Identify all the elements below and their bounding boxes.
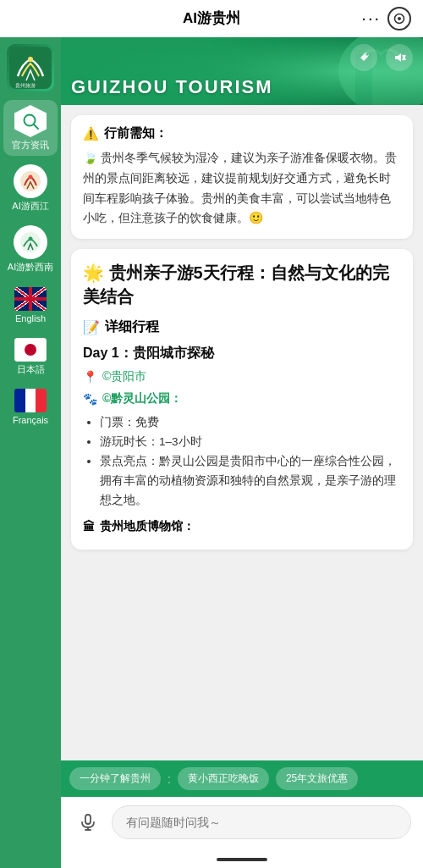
svg-point-3	[28, 57, 33, 62]
spot1-ticket: 门票：免费	[100, 413, 401, 433]
itinerary-star-icon: 🌟	[83, 263, 104, 282]
detail-icon: 📝	[83, 319, 100, 335]
scroll-indicator-container	[61, 853, 423, 868]
notice-title: ⚠️ 行前需知：	[83, 125, 401, 141]
header-more-button[interactable]: ···	[361, 8, 381, 28]
spot1-heading: 🐾 ©黔灵山公园：	[83, 391, 401, 406]
sidebar-item-japanese-label: 日本語	[17, 364, 45, 375]
sidebar-item-qianxinan-label: AI游黔西南	[8, 262, 53, 273]
sidebar-icon-xijiang	[14, 164, 47, 198]
svg-point-8	[29, 175, 33, 180]
sidebar-icon-qianxinan	[14, 225, 47, 259]
notice-warning-icon: ⚠️	[83, 126, 99, 141]
day1-heading: Day 1：贵阳城市探秘	[83, 345, 401, 362]
chat-area[interactable]: ⚠️ 行前需知： 🍃 贵州冬季气候较为湿冷，建议为亲子游准备保暖衣物。贵州的景点…	[61, 105, 423, 760]
tourism-banner: GUIZHOU TOURISM	[61, 37, 423, 105]
sidebar-icon-official	[14, 105, 47, 137]
banner-icons	[350, 44, 413, 71]
main-layout: 贵州旅游 官方资讯 AI游西江	[0, 37, 423, 868]
chip-2[interactable]: 黄小西正吃晚饭	[178, 767, 269, 790]
sidebar-item-french-label: Français	[13, 415, 48, 426]
museum-name: 贵州地质博物馆：	[100, 519, 195, 534]
svg-point-9	[20, 232, 41, 252]
notice-leaf-icon: 🍃	[83, 151, 97, 164]
spot1-highlight: 景点亮点：黔灵山公园是贵阳市中心的一座综合性公园，拥有丰富的动植物资源和独特的自…	[100, 452, 401, 511]
flag-uk-icon	[14, 287, 47, 311]
spot1-bullets: 门票：免费 游玩时长：1–3小时 景点亮点：黔灵山公园是贵阳市中心的一座综合性公…	[83, 413, 401, 511]
sidebar-item-french[interactable]: Français	[3, 384, 58, 431]
chip-3[interactable]: 25年文旅优惠	[276, 767, 358, 790]
banner-tool-icon[interactable]	[350, 44, 377, 71]
museum-icon: 🏛	[83, 520, 95, 534]
sidebar-item-xijiang-label: AI游西江	[12, 201, 48, 212]
svg-point-1	[398, 17, 401, 20]
spot1-duration: 游玩时长：1–3小时	[100, 433, 401, 452]
flag-jp-icon	[14, 338, 47, 362]
header-record-button[interactable]	[387, 7, 411, 30]
sidebar-item-english-label: English	[15, 313, 46, 324]
input-area	[61, 797, 423, 853]
main-content-card: 🌟 贵州亲子游5天行程：自然与文化的完美结合 📝 详细行程 Day 1：贵阳城市…	[71, 249, 413, 550]
location-pin-icon: 📍	[83, 370, 97, 384]
day1-location: 📍 ©贵阳市	[83, 369, 401, 384]
chat-input[interactable]	[112, 805, 411, 839]
sidebar-item-qianxinan[interactable]: AI游黔西南	[3, 220, 58, 278]
chip-divider-1: :	[168, 772, 171, 786]
sidebar: 贵州旅游 官方资讯 AI游西江	[0, 37, 61, 868]
svg-rect-15	[85, 815, 91, 824]
mic-button[interactable]	[73, 807, 103, 838]
notice-card: ⚠️ 行前需知： 🍃 贵州冬季气候较为湿冷，建议为亲子游准备保暖衣物。贵州的景点…	[71, 115, 413, 239]
chip-1[interactable]: 一分钟了解贵州	[69, 767, 161, 790]
sidebar-item-english[interactable]: English	[3, 282, 58, 329]
header: AI游贵州 ···	[0, 0, 423, 37]
sidebar-item-japanese[interactable]: 日本語	[3, 333, 58, 380]
spot1-icon: 🐾	[83, 392, 97, 406]
notice-body: 🍃 贵州冬季气候较为湿冷，建议为亲子游准备保暖衣物。贵州的景点间距离较远，建议提…	[83, 148, 401, 229]
sidebar-logo[interactable]: 贵州旅游	[7, 44, 54, 91]
detail-heading: 📝 详细行程	[83, 318, 401, 336]
qianling-link[interactable]: ©黔灵山公园：	[102, 391, 182, 406]
sidebar-item-xijiang[interactable]: AI游西江	[3, 159, 58, 217]
scroll-indicator	[217, 858, 267, 861]
svg-text:贵州旅游: 贵州旅游	[15, 83, 36, 89]
flag-fr-icon	[14, 389, 47, 412]
banner-mute-icon[interactable]	[386, 44, 413, 71]
header-title: AI游贵州	[183, 8, 240, 28]
content-area: GUIZHOU TOURISM ⚠️ 行前需知： 🍃 贵州冬季气候较为湿冷，建议…	[61, 37, 423, 868]
museum-heading: 🏛 贵州地质博物馆：	[83, 519, 401, 534]
tourism-banner-title: GUIZHOU TOURISM	[71, 76, 273, 98]
svg-line-6	[34, 124, 38, 129]
svg-point-10	[29, 237, 33, 241]
guiyang-link[interactable]: ©贵阳市	[102, 369, 146, 384]
sidebar-item-official[interactable]: 官方资讯	[3, 100, 58, 156]
bottom-chips: 一分钟了解贵州 : 黄小西正吃晚饭 25年文旅优惠	[61, 760, 423, 797]
itinerary-title: 🌟 贵州亲子游5天行程：自然与文化的完美结合	[83, 261, 401, 308]
sidebar-item-official-label: 官方资讯	[12, 140, 49, 151]
